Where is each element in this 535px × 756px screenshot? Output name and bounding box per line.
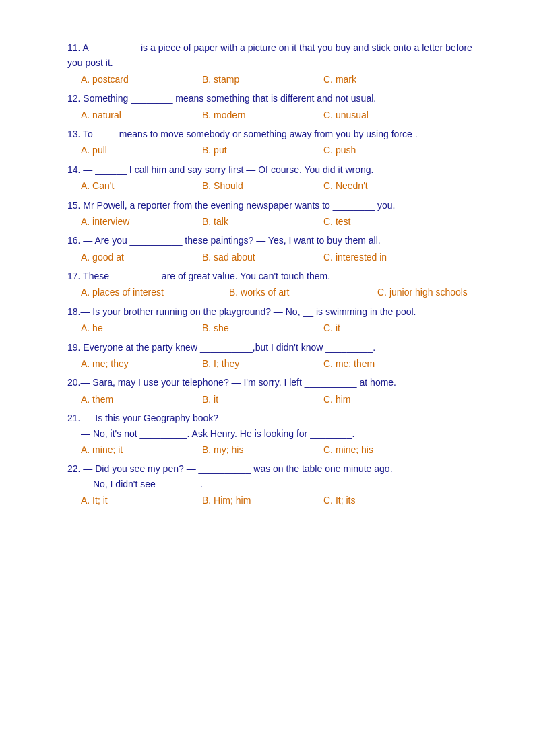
q14-option-a: A. Can't xyxy=(81,178,202,193)
q18-options: A. he B. she C. it xyxy=(81,320,481,335)
q21-option-b: B. my; his xyxy=(202,442,323,457)
q16-option-c: C. interested in xyxy=(323,250,445,265)
q20-options: A. them B. it C. him xyxy=(81,392,481,407)
q17-options: A. places of interest B. works of art C.… xyxy=(81,285,481,300)
q12-text: 12. Something ________ means something t… xyxy=(67,91,481,106)
q22-text-line2: — No, I didn't see ________. xyxy=(81,477,481,491)
question-15: 15. Mr Powell, a reporter from the eveni… xyxy=(67,198,481,230)
question-12: 12. Something ________ means something t… xyxy=(67,91,481,123)
q13-option-b: B. put xyxy=(202,143,323,158)
question-18: 18.— Is your brother running on the play… xyxy=(67,304,481,336)
q17-text: 17. These _________ are of great value. … xyxy=(67,269,481,283)
question-21: 21. — Is this your Geography book? — No,… xyxy=(67,411,481,457)
q12-option-a: A. natural xyxy=(81,108,202,123)
question-20: 20.— Sara, may I use your telephone? — I… xyxy=(67,375,481,407)
quiz-container: 11. A _________ is a piece of paper with… xyxy=(67,40,481,508)
q22-option-c: C. It; its xyxy=(323,493,445,508)
q22-option-b: B. Him; him xyxy=(202,493,323,508)
q11-option-c: C. mark xyxy=(323,72,445,87)
q20-option-b: B. it xyxy=(202,392,323,407)
q14-option-b: B. Should xyxy=(202,178,323,193)
q21-options: A. mine; it B. my; his C. mine; his xyxy=(81,442,481,457)
q21-option-a: A. mine; it xyxy=(81,442,202,457)
q11-option-b: B. stamp xyxy=(202,72,323,87)
question-14: 14. — ______ I call him and say sorry fi… xyxy=(67,162,481,194)
q19-options: A. me; they B. I; they C. me; them xyxy=(81,356,481,371)
q17-option-c: C. junior high schools xyxy=(377,285,526,300)
q19-option-b: B. I; they xyxy=(202,356,323,371)
q15-option-a: A. interview xyxy=(81,214,202,229)
q13-text: 13. To ____ means to move somebody or so… xyxy=(67,127,481,141)
q14-option-c: C. Needn't xyxy=(323,178,445,193)
q20-option-a: A. them xyxy=(81,392,202,407)
q13-option-c: C. push xyxy=(323,143,445,158)
question-22: 22. — Did you see my pen? — __________ w… xyxy=(67,461,481,508)
question-13: 13. To ____ means to move somebody or so… xyxy=(67,127,481,158)
question-11: 11. A _________ is a piece of paper with… xyxy=(67,40,481,87)
q16-option-b: B. sad about xyxy=(202,250,323,265)
q22-text-line1: 22. — Did you see my pen? — __________ w… xyxy=(67,461,481,476)
q21-text-line2: — No, it's not _________. Ask Henry. He … xyxy=(81,426,481,441)
q15-options: A. interview B. talk C. test xyxy=(81,214,481,229)
q12-option-c: C. unusual xyxy=(323,108,445,123)
q18-option-c: C. it xyxy=(323,320,445,335)
q17-option-a: A. places of interest xyxy=(81,285,229,300)
q13-option-a: A. pull xyxy=(81,143,202,158)
q11-option-a: A. postcard xyxy=(81,72,202,87)
q20-option-c: C. him xyxy=(323,392,445,407)
q22-options: A. It; it B. Him; him C. It; its xyxy=(81,493,481,508)
q18-text: 18.— Is your brother running on the play… xyxy=(67,304,481,319)
q14-text: 14. — ______ I call him and say sorry fi… xyxy=(67,162,481,177)
q12-options: A. natural B. modern C. unusual xyxy=(81,108,481,123)
question-16: 16. — Are you __________ these paintings… xyxy=(67,233,481,265)
q16-option-a: A. good at xyxy=(81,250,202,265)
q12-option-b: B. modern xyxy=(202,108,323,123)
q18-option-a: A. he xyxy=(81,320,202,335)
question-19: 19. Everyone at the party knew _________… xyxy=(67,340,481,372)
q11-text: 11. A _________ is a piece of paper with… xyxy=(67,40,481,71)
q15-option-c: C. test xyxy=(323,214,445,229)
q19-option-a: A. me; they xyxy=(81,356,202,371)
q21-text-line1: 21. — Is this your Geography book? xyxy=(67,411,481,425)
q15-text: 15. Mr Powell, a reporter from the eveni… xyxy=(67,198,481,213)
q20-text: 20.— Sara, may I use your telephone? — I… xyxy=(67,375,481,390)
q16-text: 16. — Are you __________ these paintings… xyxy=(67,233,481,248)
question-17: 17. These _________ are of great value. … xyxy=(67,269,481,300)
q19-text: 19. Everyone at the party knew _________… xyxy=(67,340,481,355)
q22-option-a: A. It; it xyxy=(81,493,202,508)
q15-option-b: B. talk xyxy=(202,214,323,229)
q14-options: A. Can't B. Should C. Needn't xyxy=(81,178,481,193)
q21-option-c: C. mine; his xyxy=(323,442,445,457)
q19-option-c: C. me; them xyxy=(323,356,445,371)
q18-option-b: B. she xyxy=(202,320,323,335)
q13-options: A. pull B. put C. push xyxy=(81,143,481,158)
q11-options: A. postcard B. stamp C. mark xyxy=(81,72,481,87)
q16-options: A. good at B. sad about C. interested in xyxy=(81,250,481,265)
q17-option-b: B. works of art xyxy=(229,285,377,300)
